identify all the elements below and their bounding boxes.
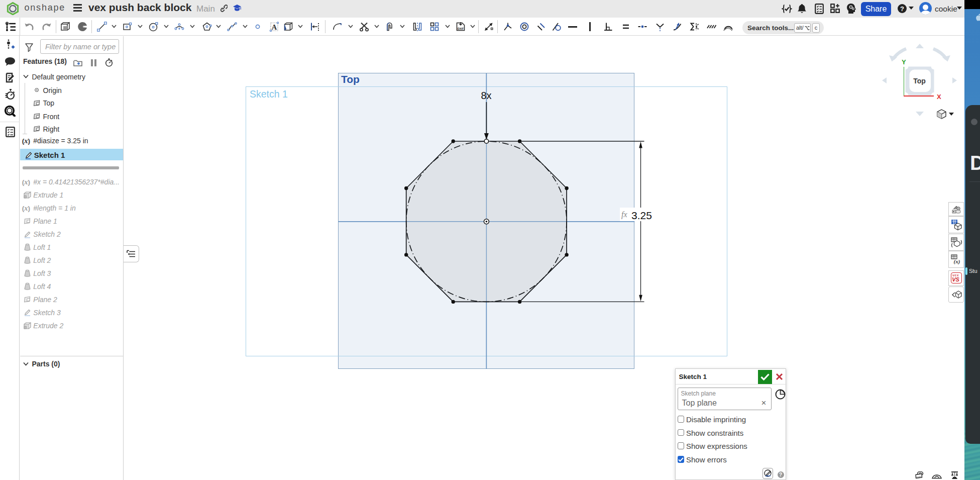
svg-text:?: ? bbox=[900, 5, 904, 13]
svg-text:(x): (x) bbox=[954, 258, 960, 265]
svg-text:A: A bbox=[271, 23, 277, 31]
svg-text:DXF: DXF bbox=[458, 27, 464, 30]
